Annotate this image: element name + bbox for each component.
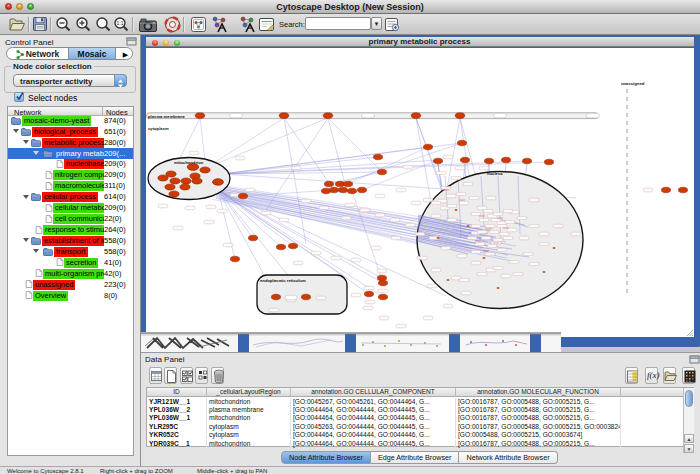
svg-text:1:1: 1:1 — [117, 20, 124, 26]
svg-text:unassigned: unassigned — [621, 81, 645, 86]
svg-text:cytoplasm: cytoplasm — [148, 126, 169, 131]
svg-text:nucleus: nucleus — [487, 171, 503, 176]
svg-text:plasma membrane: plasma membrane — [148, 114, 185, 119]
svg-text:mitochondrion: mitochondrion — [174, 160, 204, 165]
svg-text:endoplasmic reticulum: endoplasmic reticulum — [260, 278, 306, 283]
